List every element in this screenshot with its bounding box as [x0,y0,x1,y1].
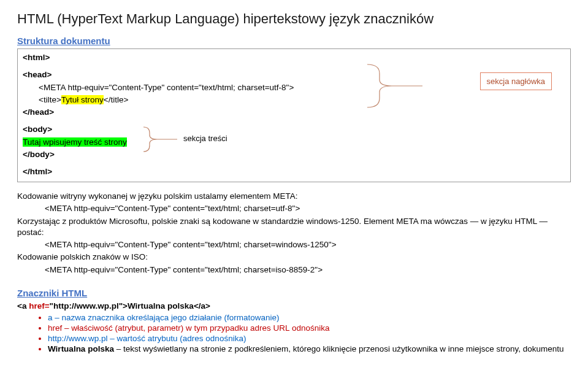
code-block: <html> <head> <META http-equiv="Content-… [23,52,565,178]
highlighted-title: Tytuł strony [61,95,104,104]
brace-icon [137,124,180,155]
section-heading-znaczniki: Znaczniki HTML [17,288,571,298]
code-line: <tilte>Tytuł strony</title> [23,94,565,106]
code-example-box: <html> <head> <META http-equiv="Content-… [17,48,571,182]
page-title: HTML (HyperText Markup Language) hiperte… [17,11,571,27]
code-line: </html> [23,166,565,178]
tag: <tilte> [39,95,61,104]
list-item: http://www.wp.pl – wartość atrybutu (adr… [48,334,571,343]
anchor-example: <a href="http://www.wp.pl">Wirtualna pol… [17,301,571,312]
list-text: a – nazwa znacznika określająca jego dzi… [48,313,279,322]
tag-part: <a [17,301,26,310]
list-item: a – nazwa znacznika określająca jego dzi… [48,313,571,322]
code-line: <html> [23,52,565,64]
tag-part: > [123,301,128,310]
link-text: Wirtualna polska [128,301,194,310]
text-line: <META http-equiv="Content-Type" content=… [17,264,571,276]
code-line: </body> [23,148,565,161]
code-line: <body> [23,123,565,136]
list-item: href – właściwość (atrybut, parametr) w … [48,323,571,333]
list-text: http://www.wp.pl – wartość atrybutu (adr… [48,334,246,343]
text-line: Kodowanie witryny wykonanej w języku pol… [17,191,571,202]
highlighted-body: Tutaj wpisujemy treść strony [23,137,127,147]
text-line: Kodowanie polskich znaków w ISO: [17,252,571,263]
list-text: href – właściwość (atrybut, parametr) w … [48,323,329,333]
list-item: Wirtualna polska – tekst wyświetlany na … [48,344,571,353]
code-line: </head> [23,106,565,118]
brace-icon [361,61,429,110]
section-heading-struktura: Struktura dokumentu [17,36,571,46]
label-sekcja-naglowka: sekcja nagłówka [480,72,552,90]
tag-part: </a> [194,301,210,310]
list-text: – tekst wyświetlany na stronie z podkreś… [116,344,564,353]
attr-part: href= [26,301,49,310]
code-line: Tutaj wpisujemy treść strony [23,136,565,148]
text-line: <META http-equiv="Content-Type" content=… [17,203,571,214]
text-line: Korzystając z produktów Microsoftu, pols… [17,216,571,238]
encoding-paragraph: Kodowanie witryny wykonanej w języku pol… [17,191,571,276]
bullet-list: a – nazwa znacznika określająca jego dzi… [17,313,571,353]
list-text-bold: Wirtualna polska [48,344,116,353]
label-sekcja-tresci: sekcja treści [183,134,227,143]
text-line: <META http-equiv="Content-Type" content=… [17,239,571,250]
val-part: "http://www.wp.pl" [50,301,123,310]
tag: </title> [104,95,129,104]
